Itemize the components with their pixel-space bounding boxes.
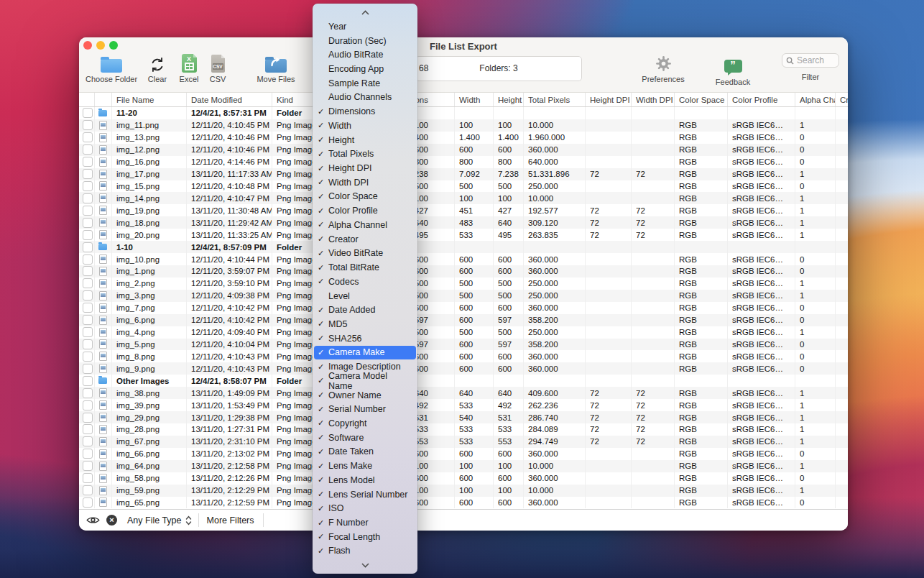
table-row[interactable]: img_4.png12/11/20, 4:09:40 PMPng Image50… xyxy=(79,326,848,339)
row-checkbox[interactable] xyxy=(83,485,93,495)
row-checkbox[interactable] xyxy=(83,278,93,288)
row-checkbox[interactable] xyxy=(83,230,93,240)
row-checkbox[interactable] xyxy=(83,424,93,434)
row-checkbox[interactable] xyxy=(83,132,93,142)
clear-button[interactable]: Clear xyxy=(142,52,173,83)
column-header-cb[interactable] xyxy=(79,93,95,106)
chevron-up-down-icon[interactable] xyxy=(185,515,192,526)
menu-item-video-bitrate[interactable]: ✓Video BitRate xyxy=(313,247,417,261)
menu-item-sample-rate[interactable]: Sample Rate xyxy=(313,76,417,91)
table-row[interactable]: Other Images12/4/21, 8:58:07 PMFolder xyxy=(79,375,848,387)
column-header-cprofile[interactable]: Color Profile xyxy=(728,93,795,106)
menu-item-alpha-channel[interactable]: ✓Alpha Channel xyxy=(313,218,417,232)
menu-item-color-space[interactable]: ✓Color Space xyxy=(313,190,417,204)
table-row[interactable]: img_66.png13/11/20, 2:13:02 PMPng Image6… xyxy=(79,448,848,460)
menu-item-f-number[interactable]: ✓F Number xyxy=(313,515,417,530)
row-checkbox[interactable] xyxy=(83,206,93,216)
column-header-creator[interactable]: Cr… xyxy=(836,93,848,106)
menu-item-audio-channels[interactable]: Audio Channels xyxy=(313,91,417,105)
table-row[interactable]: img_18.png13/11/20, 11:29:42 AMPng Image… xyxy=(79,216,848,229)
menu-item-width-dpi[interactable]: ✓Width DPI xyxy=(313,175,417,190)
table-row[interactable]: img_16.png12/11/20, 4:14:46 PMPng Image8… xyxy=(79,156,848,168)
menu-item-sha256[interactable]: ✓SHA256 xyxy=(313,331,417,346)
table-row[interactable]: img_14.png12/11/20, 4:10:47 PMPng Image1… xyxy=(79,192,848,204)
row-checkbox[interactable] xyxy=(83,193,93,203)
menu-item-camera-model-name[interactable]: ✓Camera Model Name xyxy=(313,374,417,388)
table-row[interactable]: img_9.png12/11/20, 4:10:43 PMPng Image60… xyxy=(79,362,848,375)
menu-item-height[interactable]: ✓Height xyxy=(313,133,417,147)
menu-item-total-pixels[interactable]: ✓Total Pixels xyxy=(313,147,417,161)
menu-item-width[interactable]: ✓Width xyxy=(313,119,417,133)
menu-item-date-taken[interactable]: ✓Date Taken xyxy=(313,445,417,459)
menu-item-level[interactable]: Level xyxy=(313,289,417,303)
table-row[interactable]: 11-2012/4/21, 8:57:31 PMFolder xyxy=(79,107,848,119)
table-row[interactable]: img_19.png13/11/20, 11:30:48 AMPng Image… xyxy=(79,204,848,216)
table-row[interactable]: img_65.png13/11/20, 2:12:59 PMPng Image6… xyxy=(79,497,848,509)
menu-item-lens-serial-number[interactable]: ✓Lens Serial Number xyxy=(313,487,417,502)
table-row[interactable]: img_64.png13/11/20, 2:12:58 PMPng Image1… xyxy=(79,460,848,472)
clear-filter-icon[interactable]: × xyxy=(106,515,117,526)
row-checkbox[interactable] xyxy=(83,327,93,337)
row-checkbox[interactable] xyxy=(83,254,93,265)
menu-item-creator[interactable]: ✓Creator xyxy=(313,232,417,247)
row-checkbox[interactable] xyxy=(83,364,93,374)
row-checkbox[interactable] xyxy=(83,290,93,301)
row-checkbox[interactable] xyxy=(83,376,93,386)
menu-item-codecs[interactable]: ✓Codecs xyxy=(313,275,417,289)
table-row[interactable]: img_5.png12/11/20, 4:10:04 PMPng Image60… xyxy=(79,339,848,351)
column-header-icon[interactable] xyxy=(95,93,112,106)
table-row[interactable]: img_6.png12/11/20, 4:10:42 PMPng Image60… xyxy=(79,314,848,326)
menu-item-software[interactable]: ✓Software xyxy=(313,431,417,445)
menu-scroll-down[interactable] xyxy=(313,558,417,572)
table-row[interactable]: img_11.png12/11/20, 4:10:45 PMPng Image1… xyxy=(79,119,848,132)
table-row[interactable]: img_12.png12/11/20, 4:10:46 PMPng Image6… xyxy=(79,144,848,156)
menu-item-lens-make[interactable]: ✓Lens Make xyxy=(313,459,417,473)
row-checkbox[interactable] xyxy=(83,339,93,349)
row-checkbox[interactable] xyxy=(83,436,93,446)
menu-item-md5[interactable]: ✓MD5 xyxy=(313,317,417,331)
menu-item-camera-make[interactable]: ✓Camera Make xyxy=(314,346,416,360)
row-checkbox[interactable] xyxy=(83,413,93,423)
table-row[interactable]: img_13.png12/11/20, 4:10:46 PMPng Image1… xyxy=(79,132,848,144)
row-checkbox[interactable] xyxy=(83,181,93,191)
table-row[interactable]: img_20.png13/11/20, 11:33:25 AMPng Image… xyxy=(79,229,848,241)
column-header-name[interactable]: File Name xyxy=(112,93,187,106)
feedback-button[interactable]: ” Feedback xyxy=(711,52,754,86)
menu-item-year[interactable]: Year xyxy=(313,19,417,34)
row-checkbox[interactable] xyxy=(83,144,93,155)
preferences-button[interactable]: Preferences xyxy=(638,52,688,83)
menu-scroll-up[interactable] xyxy=(313,5,417,19)
table-row[interactable]: img_15.png12/11/20, 4:10:48 PMPng Image5… xyxy=(79,180,848,193)
row-checkbox[interactable] xyxy=(83,242,93,252)
row-checkbox[interactable] xyxy=(83,303,93,313)
menu-item-total-bitrate[interactable]: ✓Total BitRate xyxy=(313,260,417,275)
column-header-cspace[interactable]: Color Space xyxy=(675,93,728,106)
menu-item-encoding-app[interactable]: Encoding App xyxy=(313,62,417,76)
row-checkbox[interactable] xyxy=(83,120,93,130)
menu-item-dimensions[interactable]: ✓Dimensions xyxy=(313,104,417,119)
csv-button[interactable]: CSV CSV xyxy=(203,52,232,83)
search-input[interactable]: Search xyxy=(782,53,839,68)
table-row[interactable]: img_38.png13/11/20, 1:49:09 PMPng Image6… xyxy=(79,387,848,399)
menu-item-serial-number[interactable]: ✓Serial Number xyxy=(313,402,417,416)
table-row[interactable]: img_39.png13/11/20, 1:53:49 PMPng Image5… xyxy=(79,399,848,411)
menu-item-copyright[interactable]: ✓Copyright xyxy=(313,416,417,431)
column-header-wdpi[interactable]: Width DPI xyxy=(632,93,675,106)
row-checkbox[interactable] xyxy=(83,461,93,471)
column-header-date[interactable]: Date Modified xyxy=(187,93,272,106)
row-checkbox[interactable] xyxy=(83,266,93,276)
menu-item-duration-sec[interactable]: Duration (Sec) xyxy=(313,34,417,48)
table-row[interactable]: img_58.png13/11/20, 2:12:26 PMPng Image6… xyxy=(79,472,848,485)
file-type-select[interactable]: Any File Type xyxy=(127,515,182,526)
table-row[interactable]: img_8.png12/11/20, 4:10:43 PMPng Image60… xyxy=(79,350,848,362)
column-header-height[interactable]: Height xyxy=(494,93,524,106)
row-checkbox[interactable] xyxy=(83,108,93,118)
row-checkbox[interactable] xyxy=(83,449,93,459)
column-header-alpha[interactable]: Alpha Chan… xyxy=(795,93,836,106)
table-row[interactable]: img_2.png12/11/20, 3:59:10 PMPng Image50… xyxy=(79,277,848,290)
menu-item-audio-bitrate[interactable]: Audio BitRate xyxy=(313,47,417,62)
menu-item-height-dpi[interactable]: ✓Height DPI xyxy=(313,161,417,175)
menu-item-owner-name[interactable]: ✓Owner Name xyxy=(313,388,417,403)
eye-icon[interactable] xyxy=(86,515,100,525)
excel-button[interactable]: X Excel xyxy=(175,52,203,83)
